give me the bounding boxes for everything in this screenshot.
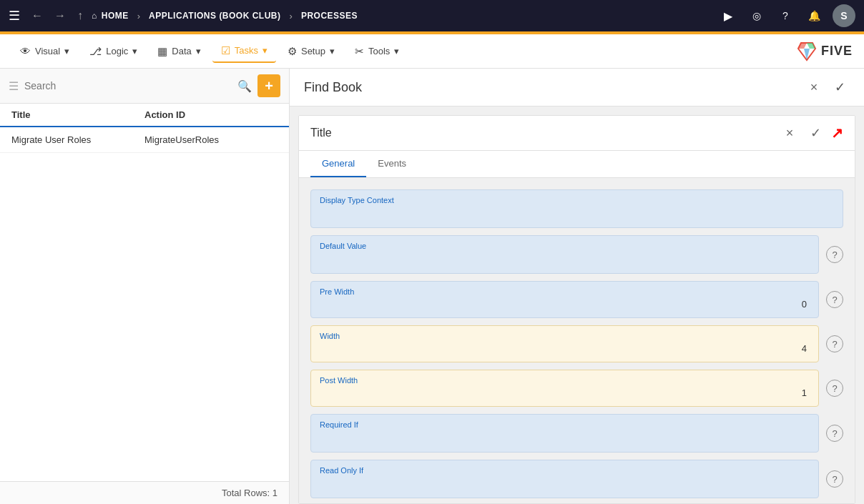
display-type-context-field[interactable]: Display Type Context: [310, 189, 843, 228]
breadcrumb-processes[interactable]: PROCESSES: [301, 11, 358, 21]
search-icon[interactable]: 🔍: [237, 79, 252, 93]
header-actions: × ✓: [804, 77, 850, 97]
tasks-icon: ☑: [221, 44, 230, 57]
row-action-id: MigrateUserRoles: [144, 134, 278, 145]
data-icon: ▦: [157, 45, 167, 58]
toolbar-setup[interactable]: ⚙ Setup ▾: [279, 41, 343, 62]
tools-dropdown-icon: ▾: [394, 46, 399, 56]
filter-icon: ☰: [9, 79, 19, 93]
read-only-if-help-icon[interactable]: ?: [826, 470, 843, 488]
required-if-field[interactable]: Required If: [310, 414, 819, 453]
breadcrumb-home[interactable]: ⌂ HOME: [92, 11, 129, 21]
up-arrow-icon[interactable]: ↑: [74, 8, 86, 24]
data-dropdown-icon: ▾: [196, 46, 201, 56]
main-layout: ☰ 🔍 + Title Action ID Migrate User Roles…: [0, 69, 864, 504]
toolbar-tasks[interactable]: ☑ Tasks ▾: [212, 40, 276, 63]
default-value-value: [320, 253, 810, 267]
top-nav: ☰ ← → ↑ ⌂ HOME › APPLICATIONS (BOOK CLUB…: [0, 0, 864, 31]
field-row-display-type-context: Display Type Context: [310, 189, 843, 228]
setup-label: Setup: [301, 46, 325, 56]
forward-arrow-icon[interactable]: →: [51, 8, 69, 24]
toolbar-data[interactable]: ▦ Data ▾: [149, 41, 209, 62]
inner-panel-header: Title × ✓ ↗: [299, 116, 855, 151]
inner-panel: Title × ✓ ↗ General Events Display Type …: [298, 115, 855, 504]
read-only-if-value: [320, 478, 810, 492]
table-header: Title Action ID: [0, 104, 289, 127]
visual-dropdown-icon: ▾: [64, 46, 69, 56]
home-label: HOME: [102, 11, 129, 21]
width-label: Width: [320, 332, 810, 340]
tab-events[interactable]: Events: [366, 151, 418, 177]
pre-width-help-icon[interactable]: ?: [826, 291, 843, 308]
default-value-help-icon[interactable]: ?: [826, 246, 843, 263]
table-row[interactable]: Migrate User Roles MigrateUserRoles: [0, 127, 289, 153]
display-type-context-value: [320, 207, 834, 222]
visual-icon: 👁: [20, 45, 31, 57]
post-width-help-icon[interactable]: ?: [826, 380, 843, 397]
add-button[interactable]: +: [257, 74, 280, 97]
tabs: General Events: [299, 151, 855, 178]
find-book-title: Find Book: [304, 80, 804, 95]
home-icon: ⌂: [92, 11, 97, 21]
setup-icon: ⚙: [288, 45, 297, 58]
inner-close-button[interactable]: ×: [780, 123, 800, 143]
width-help-icon[interactable]: ?: [826, 335, 843, 352]
inner-confirm-button[interactable]: ✓: [805, 123, 825, 143]
visual-label: Visual: [35, 46, 60, 56]
width-value: 4: [320, 343, 810, 354]
breadcrumb-app[interactable]: APPLICATIONS (BOOK CLUB): [149, 11, 280, 21]
five-logo: FIVE: [795, 40, 853, 63]
find-book-confirm-button[interactable]: ✓: [830, 77, 850, 97]
width-field[interactable]: Width 4: [310, 325, 819, 362]
row-title: Migrate User Roles: [11, 134, 144, 145]
table-footer: Total Rows: 1: [0, 481, 289, 504]
right-panel: Find Book × ✓ Title × ✓ ↗ General Events: [290, 69, 864, 504]
total-rows-label: Total Rows: 1: [222, 488, 278, 498]
form-area: Display Type Context Default Value ? Pre: [299, 178, 855, 503]
toolbar-tools[interactable]: ✂ Tools ▾: [346, 41, 408, 62]
field-row-read-only-if: Read Only If ?: [310, 460, 843, 498]
find-book-header: Find Book × ✓: [290, 69, 864, 107]
default-value-field[interactable]: Default Value: [310, 235, 819, 274]
logic-label: Logic: [106, 46, 128, 56]
required-if-help-icon[interactable]: ?: [826, 425, 843, 442]
search-button[interactable]: ◎: [747, 6, 767, 26]
pre-width-field[interactable]: Pre Width 0: [310, 281, 819, 318]
play-button[interactable]: ▶: [718, 6, 738, 26]
table-body: Migrate User Roles MigrateUserRoles: [0, 127, 289, 481]
pre-width-value: 0: [320, 299, 810, 310]
nav-icons: ▶ ◎ ? 🔔 S: [718, 4, 855, 27]
search-bar: ☰ 🔍 +: [0, 69, 289, 104]
hamburger-icon[interactable]: ☰: [9, 8, 20, 24]
read-only-if-field[interactable]: Read Only If: [310, 460, 819, 498]
display-type-context-label: Display Type Context: [320, 196, 834, 204]
field-row-width: Width 4 ?: [310, 325, 843, 362]
data-label: Data: [172, 46, 191, 56]
user-avatar[interactable]: S: [833, 4, 855, 27]
find-book-close-button[interactable]: ×: [804, 77, 824, 97]
app-label: APPLICATIONS (BOOK CLUB): [149, 11, 280, 21]
field-row-pre-width: Pre Width 0 ?: [310, 281, 843, 318]
post-width-value: 1: [320, 387, 810, 398]
red-arrow-indicator: ↗: [831, 124, 843, 142]
field-row-default-value: Default Value ?: [310, 235, 843, 274]
field-row-required-if: Required If ?: [310, 414, 843, 453]
back-arrow-icon[interactable]: ←: [29, 8, 46, 24]
toolbar-logic[interactable]: ⎇ Logic ▾: [81, 41, 146, 62]
inner-panel-actions: × ✓ ↗: [780, 123, 843, 143]
tools-label: Tools: [368, 46, 390, 56]
pre-width-label: Pre Width: [320, 287, 810, 296]
tasks-label: Tasks: [235, 45, 258, 56]
col-header-title: Title: [11, 109, 144, 120]
processes-label: PROCESSES: [301, 11, 358, 21]
left-panel: ☰ 🔍 + Title Action ID Migrate User Roles…: [0, 69, 290, 504]
post-width-field[interactable]: Post Width 1: [310, 370, 819, 407]
toolbar: 👁 Visual ▾ ⎇ Logic ▾ ▦ Data ▾ ☑ Tasks ▾ …: [0, 34, 864, 69]
bell-button[interactable]: 🔔: [804, 6, 824, 26]
breadcrumb-sep-1: ›: [137, 11, 140, 21]
tab-general[interactable]: General: [310, 151, 366, 177]
toolbar-visual[interactable]: 👁 Visual ▾: [11, 41, 78, 61]
breadcrumb-sep-2: ›: [290, 11, 293, 21]
help-button[interactable]: ?: [775, 6, 795, 26]
search-input[interactable]: [24, 80, 232, 92]
